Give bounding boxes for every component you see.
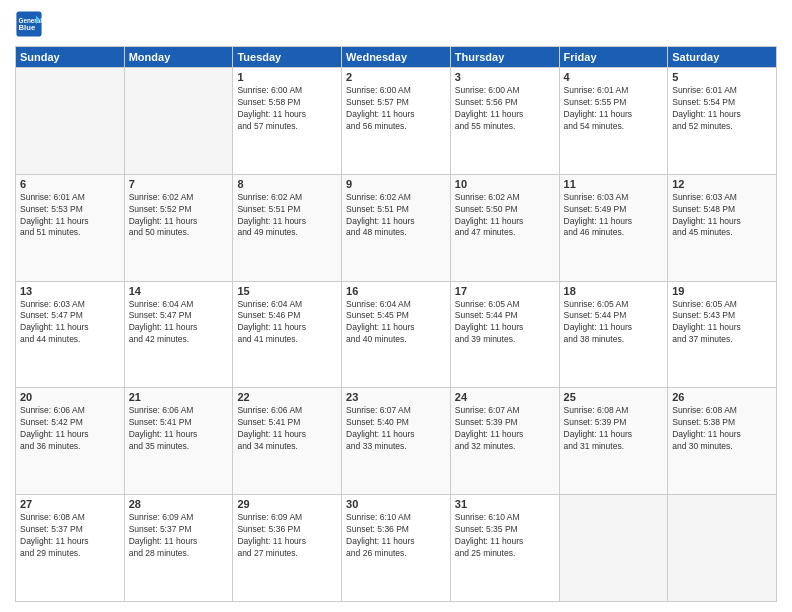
- day-number: 13: [20, 285, 120, 297]
- day-number: 22: [237, 391, 337, 403]
- day-number: 28: [129, 498, 229, 510]
- calendar-cell: 6Sunrise: 6:01 AMSunset: 5:53 PMDaylight…: [16, 174, 125, 281]
- day-number: 12: [672, 178, 772, 190]
- calendar-cell: 7Sunrise: 6:02 AMSunset: 5:52 PMDaylight…: [124, 174, 233, 281]
- logo: General Blue: [15, 10, 49, 38]
- calendar-cell: 1Sunrise: 6:00 AMSunset: 5:58 PMDaylight…: [233, 68, 342, 175]
- day-number: 31: [455, 498, 555, 510]
- day-info: Sunrise: 6:01 AMSunset: 5:55 PMDaylight:…: [564, 85, 664, 133]
- day-info: Sunrise: 6:00 AMSunset: 5:58 PMDaylight:…: [237, 85, 337, 133]
- day-info: Sunrise: 6:05 AMSunset: 5:44 PMDaylight:…: [455, 299, 555, 347]
- day-number: 19: [672, 285, 772, 297]
- calendar-cell: 21Sunrise: 6:06 AMSunset: 5:41 PMDayligh…: [124, 388, 233, 495]
- calendar-cell: 4Sunrise: 6:01 AMSunset: 5:55 PMDaylight…: [559, 68, 668, 175]
- calendar-table: SundayMondayTuesdayWednesdayThursdayFrid…: [15, 46, 777, 602]
- weekday-header-friday: Friday: [559, 47, 668, 68]
- day-info: Sunrise: 6:06 AMSunset: 5:41 PMDaylight:…: [237, 405, 337, 453]
- day-number: 27: [20, 498, 120, 510]
- calendar-cell: 13Sunrise: 6:03 AMSunset: 5:47 PMDayligh…: [16, 281, 125, 388]
- day-number: 9: [346, 178, 446, 190]
- day-info: Sunrise: 6:09 AMSunset: 5:37 PMDaylight:…: [129, 512, 229, 560]
- header: General Blue: [15, 10, 777, 38]
- calendar-cell: 17Sunrise: 6:05 AMSunset: 5:44 PMDayligh…: [450, 281, 559, 388]
- calendar-cell: [559, 495, 668, 602]
- day-info: Sunrise: 6:03 AMSunset: 5:49 PMDaylight:…: [564, 192, 664, 240]
- calendar-cell: 28Sunrise: 6:09 AMSunset: 5:37 PMDayligh…: [124, 495, 233, 602]
- day-number: 11: [564, 178, 664, 190]
- weekday-header-thursday: Thursday: [450, 47, 559, 68]
- day-info: Sunrise: 6:08 AMSunset: 5:37 PMDaylight:…: [20, 512, 120, 560]
- day-info: Sunrise: 6:03 AMSunset: 5:48 PMDaylight:…: [672, 192, 772, 240]
- day-number: 7: [129, 178, 229, 190]
- day-number: 24: [455, 391, 555, 403]
- day-number: 25: [564, 391, 664, 403]
- day-info: Sunrise: 6:07 AMSunset: 5:40 PMDaylight:…: [346, 405, 446, 453]
- calendar-cell: 16Sunrise: 6:04 AMSunset: 5:45 PMDayligh…: [342, 281, 451, 388]
- calendar-cell: 22Sunrise: 6:06 AMSunset: 5:41 PMDayligh…: [233, 388, 342, 495]
- day-info: Sunrise: 6:03 AMSunset: 5:47 PMDaylight:…: [20, 299, 120, 347]
- day-info: Sunrise: 6:01 AMSunset: 5:54 PMDaylight:…: [672, 85, 772, 133]
- day-number: 8: [237, 178, 337, 190]
- page: General Blue SundayMondayTuesdayWednesda…: [0, 0, 792, 612]
- calendar-cell: 15Sunrise: 6:04 AMSunset: 5:46 PMDayligh…: [233, 281, 342, 388]
- calendar-cell: 29Sunrise: 6:09 AMSunset: 5:36 PMDayligh…: [233, 495, 342, 602]
- day-info: Sunrise: 6:05 AMSunset: 5:43 PMDaylight:…: [672, 299, 772, 347]
- weekday-header-sunday: Sunday: [16, 47, 125, 68]
- calendar-cell: 25Sunrise: 6:08 AMSunset: 5:39 PMDayligh…: [559, 388, 668, 495]
- day-info: Sunrise: 6:10 AMSunset: 5:36 PMDaylight:…: [346, 512, 446, 560]
- calendar-cell: 9Sunrise: 6:02 AMSunset: 5:51 PMDaylight…: [342, 174, 451, 281]
- weekday-header-monday: Monday: [124, 47, 233, 68]
- calendar-cell: 8Sunrise: 6:02 AMSunset: 5:51 PMDaylight…: [233, 174, 342, 281]
- day-info: Sunrise: 6:04 AMSunset: 5:47 PMDaylight:…: [129, 299, 229, 347]
- day-info: Sunrise: 6:06 AMSunset: 5:42 PMDaylight:…: [20, 405, 120, 453]
- calendar-cell: 24Sunrise: 6:07 AMSunset: 5:39 PMDayligh…: [450, 388, 559, 495]
- day-info: Sunrise: 6:02 AMSunset: 5:52 PMDaylight:…: [129, 192, 229, 240]
- day-number: 23: [346, 391, 446, 403]
- day-info: Sunrise: 6:02 AMSunset: 5:51 PMDaylight:…: [346, 192, 446, 240]
- day-number: 5: [672, 71, 772, 83]
- day-number: 20: [20, 391, 120, 403]
- calendar-cell: 27Sunrise: 6:08 AMSunset: 5:37 PMDayligh…: [16, 495, 125, 602]
- day-number: 15: [237, 285, 337, 297]
- day-info: Sunrise: 6:09 AMSunset: 5:36 PMDaylight:…: [237, 512, 337, 560]
- day-number: 4: [564, 71, 664, 83]
- calendar-cell: 31Sunrise: 6:10 AMSunset: 5:35 PMDayligh…: [450, 495, 559, 602]
- calendar-cell: 3Sunrise: 6:00 AMSunset: 5:56 PMDaylight…: [450, 68, 559, 175]
- day-info: Sunrise: 6:02 AMSunset: 5:50 PMDaylight:…: [455, 192, 555, 240]
- day-info: Sunrise: 6:04 AMSunset: 5:46 PMDaylight:…: [237, 299, 337, 347]
- weekday-header-wednesday: Wednesday: [342, 47, 451, 68]
- day-number: 14: [129, 285, 229, 297]
- day-info: Sunrise: 6:00 AMSunset: 5:57 PMDaylight:…: [346, 85, 446, 133]
- day-info: Sunrise: 6:02 AMSunset: 5:51 PMDaylight:…: [237, 192, 337, 240]
- weekday-header-tuesday: Tuesday: [233, 47, 342, 68]
- day-info: Sunrise: 6:08 AMSunset: 5:38 PMDaylight:…: [672, 405, 772, 453]
- calendar-cell: 11Sunrise: 6:03 AMSunset: 5:49 PMDayligh…: [559, 174, 668, 281]
- calendar-cell: [668, 495, 777, 602]
- logo-icon: General Blue: [15, 10, 43, 38]
- calendar-cell: 20Sunrise: 6:06 AMSunset: 5:42 PMDayligh…: [16, 388, 125, 495]
- day-number: 6: [20, 178, 120, 190]
- day-info: Sunrise: 6:01 AMSunset: 5:53 PMDaylight:…: [20, 192, 120, 240]
- svg-text:Blue: Blue: [19, 23, 36, 32]
- calendar-cell: 26Sunrise: 6:08 AMSunset: 5:38 PMDayligh…: [668, 388, 777, 495]
- day-number: 17: [455, 285, 555, 297]
- calendar-cell: 10Sunrise: 6:02 AMSunset: 5:50 PMDayligh…: [450, 174, 559, 281]
- calendar-cell: 12Sunrise: 6:03 AMSunset: 5:48 PMDayligh…: [668, 174, 777, 281]
- day-number: 10: [455, 178, 555, 190]
- day-number: 29: [237, 498, 337, 510]
- calendar-cell: [16, 68, 125, 175]
- weekday-header-saturday: Saturday: [668, 47, 777, 68]
- day-info: Sunrise: 6:08 AMSunset: 5:39 PMDaylight:…: [564, 405, 664, 453]
- calendar-cell: 5Sunrise: 6:01 AMSunset: 5:54 PMDaylight…: [668, 68, 777, 175]
- calendar-cell: 23Sunrise: 6:07 AMSunset: 5:40 PMDayligh…: [342, 388, 451, 495]
- day-info: Sunrise: 6:10 AMSunset: 5:35 PMDaylight:…: [455, 512, 555, 560]
- calendar-cell: 14Sunrise: 6:04 AMSunset: 5:47 PMDayligh…: [124, 281, 233, 388]
- day-number: 21: [129, 391, 229, 403]
- day-number: 18: [564, 285, 664, 297]
- day-number: 16: [346, 285, 446, 297]
- day-number: 26: [672, 391, 772, 403]
- day-info: Sunrise: 6:00 AMSunset: 5:56 PMDaylight:…: [455, 85, 555, 133]
- day-info: Sunrise: 6:07 AMSunset: 5:39 PMDaylight:…: [455, 405, 555, 453]
- calendar-cell: 2Sunrise: 6:00 AMSunset: 5:57 PMDaylight…: [342, 68, 451, 175]
- calendar-cell: 18Sunrise: 6:05 AMSunset: 5:44 PMDayligh…: [559, 281, 668, 388]
